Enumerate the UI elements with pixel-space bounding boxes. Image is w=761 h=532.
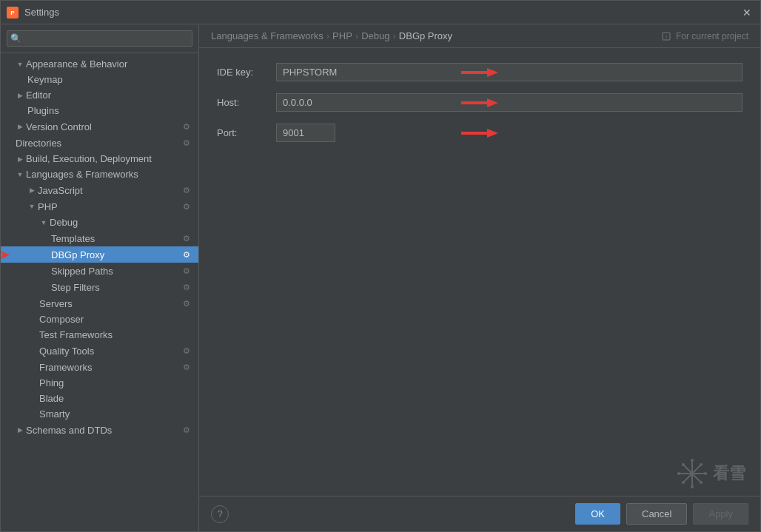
sidebar-item-label: Languages & Frameworks: [26, 169, 192, 180]
sidebar-item-label: Frameworks: [39, 362, 181, 373]
port-label: Port:: [217, 127, 276, 138]
red-arrow-2: [461, 95, 498, 110]
arrow-icon: ▶: [16, 122, 24, 131]
breadcrumb-debug: Debug: [361, 30, 389, 41]
settings-icon: ⚙: [181, 121, 192, 132]
sidebar-item-label: Keymap: [27, 74, 192, 85]
svg-point-16: [700, 481, 703, 484]
sidebar-item-appearance[interactable]: ▼ Appearance & Behavior: [1, 56, 198, 72]
sidebar-item-label: Blade: [39, 393, 192, 404]
help-button[interactable]: ?: [211, 505, 229, 523]
sidebar-item-step-filters[interactable]: Step Filters ⚙: [1, 279, 198, 295]
arrow-icon: ▼: [16, 170, 24, 179]
ide-key-input[interactable]: [276, 63, 742, 81]
search-icon: 🔍: [10, 33, 21, 44]
apply-button[interactable]: Apply: [693, 503, 748, 525]
svg-text:i: i: [666, 34, 667, 39]
arrow-icon: ▶: [16, 425, 24, 434]
ok-button[interactable]: OK: [575, 503, 620, 525]
sidebar-item-servers[interactable]: Servers ⚙: [1, 295, 198, 312]
sidebar-item-label: Directories: [16, 138, 181, 149]
arrow-icon: ▼: [39, 218, 48, 227]
sidebar-item-label: Skipped Paths: [51, 266, 181, 277]
breadcrumb-current: DBGp Proxy: [399, 30, 452, 41]
sidebar-item-php[interactable]: ▼ PHP ⚙: [1, 198, 198, 215]
sidebar-item-directories[interactable]: Directories ⚙: [1, 135, 198, 151]
for-project-label: i For current project: [662, 31, 748, 41]
sidebar-item-dbgp-proxy[interactable]: ➤ DBGp Proxy ⚙: [1, 246, 198, 263]
sidebar-item-keymap[interactable]: Keymap: [1, 72, 198, 87]
ide-key-label: IDE key:: [217, 67, 276, 78]
search-input[interactable]: [7, 30, 192, 47]
svg-point-11: [691, 459, 694, 462]
host-input[interactable]: [276, 93, 742, 112]
sidebar-item-editor[interactable]: ▶ Editor: [1, 87, 198, 103]
settings-icon: ⚙: [181, 424, 192, 436]
sidebar-item-label: Templates: [51, 233, 181, 244]
settings-icon: ⚙: [181, 232, 192, 244]
svg-point-14: [704, 472, 707, 475]
sidebar-item-debug[interactable]: ▼ Debug: [1, 215, 198, 230]
red-arrow-3: [461, 126, 498, 141]
svg-point-13: [677, 472, 680, 475]
sidebar-item-test-frameworks[interactable]: Test Frameworks: [1, 327, 198, 343]
sidebar-item-label: DBGp Proxy: [51, 249, 181, 260]
sidebar-item-label: Step Filters: [51, 282, 181, 293]
settings-icon: ⚙: [181, 345, 192, 357]
sidebar-item-label: Schemas and DTDs: [26, 425, 181, 436]
watermark: 看雪: [677, 459, 745, 488]
sidebar-item-label: Debug: [50, 217, 192, 228]
sidebar-item-label: PHP: [38, 201, 181, 212]
sidebar-item-build[interactable]: ▶ Build, Execution, Deployment: [1, 151, 198, 166]
window-title: Settings: [24, 7, 740, 18]
settings-icon: ⚙: [181, 281, 192, 293]
svg-text:P: P: [10, 10, 15, 16]
sidebar-item-label: Build, Execution, Deployment: [26, 153, 192, 164]
sidebar-item-javascript[interactable]: ▶ JavaScript ⚙: [1, 182, 198, 198]
sidebar-item-languages[interactable]: ▼ Languages & Frameworks: [1, 166, 198, 182]
title-bar: P Settings ✕: [1, 1, 760, 24]
settings-window: P Settings ✕ 🔍 ▼ Appearance & Behavior: [0, 0, 761, 532]
cancel-button[interactable]: Cancel: [626, 503, 687, 525]
settings-icon: ⚙: [181, 201, 192, 212]
sidebar-item-blade[interactable]: Blade: [1, 391, 198, 406]
sidebar-item-skipped-paths[interactable]: Skipped Paths ⚙: [1, 263, 198, 279]
arrow-icon: ▶: [27, 186, 36, 195]
sidebar-item-composer[interactable]: Composer: [1, 312, 198, 327]
sidebar-item-label: Appearance & Behavior: [26, 58, 192, 70]
sidebar-item-label: Editor: [26, 90, 192, 101]
arrow-icon: ▼: [16, 60, 24, 69]
sidebar-item-label: Version Control: [26, 121, 181, 132]
host-label: Host:: [217, 97, 276, 108]
settings-icon: ⚙: [181, 249, 192, 260]
sidebar-item-templates[interactable]: Templates ⚙: [1, 230, 198, 246]
sidebar-item-frameworks[interactable]: Frameworks ⚙: [1, 359, 198, 375]
settings-icon: ⚙: [181, 137, 192, 149]
breadcrumb-languages: Languages & Frameworks: [211, 30, 323, 41]
sidebar-item-label: Plugins: [27, 105, 192, 116]
main-content: 🔍 ▼ Appearance & Behavior Keymap ▶ Edito…: [1, 24, 760, 531]
arrow-icon: ▼: [27, 202, 36, 211]
breadcrumb-php: PHP: [332, 30, 352, 41]
app-icon: P: [7, 7, 19, 18]
breadcrumb-sep: ›: [392, 30, 395, 41]
settings-icon: ⚙: [181, 297, 192, 309]
svg-point-12: [691, 485, 694, 488]
breadcrumb-sep: ›: [326, 30, 329, 41]
red-arrow-1: [461, 65, 498, 80]
sidebar-item-version-control[interactable]: ▶ Version Control ⚙: [1, 118, 198, 135]
sidebar-item-smarty[interactable]: Smarty: [1, 406, 198, 422]
sidebar-item-quality-tools[interactable]: Quality Tools ⚙: [1, 343, 198, 359]
port-input[interactable]: [276, 124, 335, 142]
sidebar-item-plugins[interactable]: Plugins: [1, 103, 198, 118]
sidebar-tree: ▼ Appearance & Behavior Keymap ▶ Editor …: [1, 53, 198, 531]
close-button[interactable]: ✕: [740, 5, 754, 20]
red-arrow-indicator: ➤: [1, 248, 9, 262]
sidebar-item-label: JavaScript: [38, 185, 181, 196]
sidebar-item-phing[interactable]: Phing: [1, 375, 198, 391]
port-row: Port:: [217, 124, 742, 142]
svg-point-15: [682, 463, 685, 466]
svg-marker-4: [461, 68, 498, 77]
settings-icon: ⚙: [181, 265, 192, 277]
sidebar-item-schemas[interactable]: ▶ Schemas and DTDs ⚙: [1, 422, 198, 438]
